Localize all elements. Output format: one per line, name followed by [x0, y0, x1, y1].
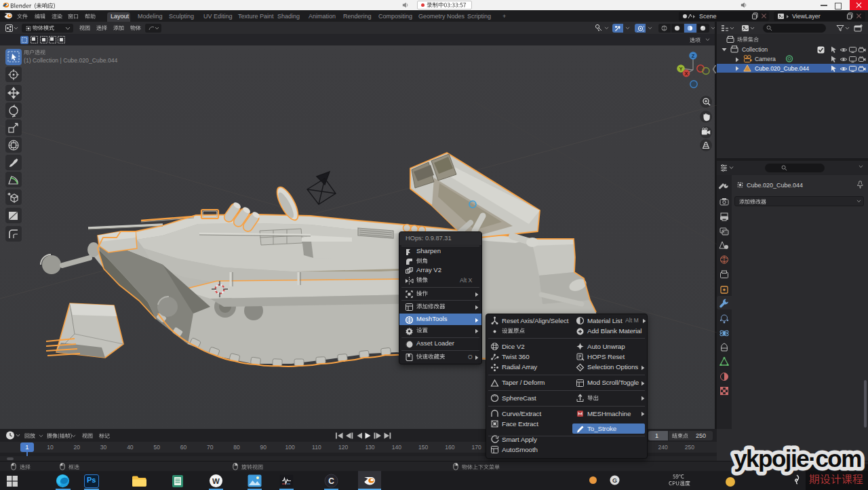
- svg-text:ykpojie·com: ykpojie·com: [734, 445, 861, 472]
- svg-text:X: X: [684, 71, 688, 77]
- svg-text:W: W: [212, 477, 220, 485]
- svg-text:Y: Y: [679, 66, 682, 72]
- svg-text:G: G: [612, 477, 617, 484]
- svg-text:C: C: [328, 476, 334, 486]
- svg-text:Z: Z: [692, 53, 695, 59]
